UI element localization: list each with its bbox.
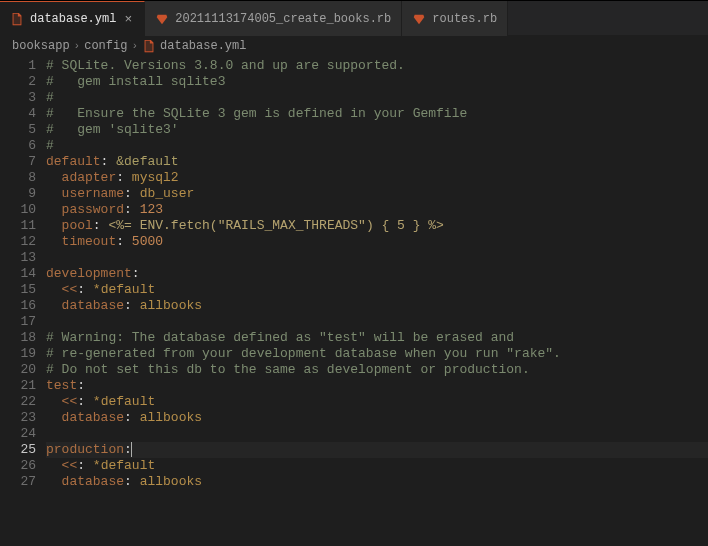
breadcrumb: booksapp › config › database.yml (0, 35, 708, 57)
code-line[interactable]: # gem install sqlite3 (46, 74, 708, 90)
line-number: 20 (0, 362, 36, 378)
line-number: 25 (0, 442, 36, 458)
code-line[interactable]: # re-generated from your development dat… (46, 346, 708, 362)
code-line[interactable]: username: db_user (46, 186, 708, 202)
code-area[interactable]: # SQLite. Versions 3.8.0 and up are supp… (46, 57, 708, 546)
line-number: 15 (0, 282, 36, 298)
line-number: 24 (0, 426, 36, 442)
code-line[interactable]: # (46, 90, 708, 106)
line-number: 26 (0, 458, 36, 474)
indent-guide (46, 186, 62, 201)
yaml-alias: * (93, 282, 101, 297)
comment-text: # (46, 90, 54, 105)
line-number: 1 (0, 58, 36, 74)
code-line[interactable]: production: (46, 442, 708, 458)
code-line[interactable]: password: 123 (46, 202, 708, 218)
indent-guide (46, 218, 62, 233)
yaml-key: << (62, 282, 78, 297)
line-number: 27 (0, 474, 36, 490)
indent-guide (46, 394, 62, 409)
comment-text: # (46, 138, 54, 153)
indent-guide (46, 282, 62, 297)
code-line[interactable]: default: &default (46, 154, 708, 170)
code-line[interactable]: # (46, 138, 708, 154)
code-line[interactable]: <<: *default (46, 282, 708, 298)
yaml-value: 5000 (132, 234, 163, 249)
line-number: 2 (0, 74, 36, 90)
line-number: 9 (0, 186, 36, 202)
yaml-file-icon (142, 39, 156, 53)
comment-text: # re-generated from your development dat… (46, 346, 561, 361)
code-line[interactable] (46, 314, 708, 330)
yaml-alias: * (93, 394, 101, 409)
yaml-value: db_user (140, 186, 195, 201)
yaml-key: production (46, 442, 124, 457)
indent-guide (46, 458, 62, 473)
yaml-key: pool (62, 218, 93, 233)
line-number: 22 (0, 394, 36, 410)
tab-label: database.yml (30, 12, 116, 26)
code-line[interactable]: database: allbooks (46, 410, 708, 426)
line-number: 3 (0, 90, 36, 106)
tab-bar: database.yml×20211113174005_create_books… (0, 0, 708, 35)
code-line[interactable]: <<: *default (46, 458, 708, 474)
code-line[interactable]: pool: <%= ENV.fetch("RAILS_MAX_THREADS")… (46, 218, 708, 234)
indent-guide (46, 298, 62, 313)
code-line[interactable]: # gem 'sqlite3' (46, 122, 708, 138)
code-editor[interactable]: 1234567891011121314151617181920212223242… (0, 57, 708, 546)
yaml-key: development (46, 266, 132, 281)
line-number: 19 (0, 346, 36, 362)
yaml-key: database (62, 298, 124, 313)
breadcrumb-folder[interactable]: config (84, 39, 127, 53)
code-line[interactable]: development: (46, 266, 708, 282)
erb-tag: <%= ENV.fetch("RAILS_MAX_THREADS") { 5 }… (108, 218, 443, 233)
tab-20211113174005-create-books-rb[interactable]: 20211113174005_create_books.rb (145, 1, 402, 36)
line-number: 14 (0, 266, 36, 282)
yaml-key: password (62, 202, 124, 217)
code-line[interactable]: # SQLite. Versions 3.8.0 and up are supp… (46, 58, 708, 74)
line-number: 16 (0, 298, 36, 314)
chevron-right-icon: › (74, 40, 81, 52)
breadcrumb-file[interactable]: database.yml (160, 39, 246, 53)
yaml-key: database (62, 474, 124, 489)
code-line[interactable]: # Warning: The database defined as "test… (46, 330, 708, 346)
code-line[interactable]: # Do not set this db to the same as deve… (46, 362, 708, 378)
code-line[interactable]: adapter: mysql2 (46, 170, 708, 186)
line-number: 12 (0, 234, 36, 250)
comment-text: # Warning: The database defined as "test… (46, 330, 514, 345)
code-line[interactable]: <<: *default (46, 394, 708, 410)
ruby-file-icon (412, 12, 426, 26)
yaml-key: << (62, 394, 78, 409)
comment-text: # Do not set this db to the same as deve… (46, 362, 530, 377)
comment-text: # gem install sqlite3 (46, 74, 225, 89)
tab-database-yml[interactable]: database.yml× (0, 1, 145, 36)
comment-text: # Ensure the SQLite 3 gem is defined in … (46, 106, 467, 121)
yaml-key: adapter (62, 170, 117, 185)
line-number: 7 (0, 154, 36, 170)
yaml-value: allbooks (140, 298, 202, 313)
line-number-gutter: 1234567891011121314151617181920212223242… (0, 57, 46, 546)
yaml-value: 123 (140, 202, 163, 217)
indent-guide (46, 410, 62, 425)
code-line[interactable]: test: (46, 378, 708, 394)
line-number: 5 (0, 122, 36, 138)
code-line[interactable] (46, 426, 708, 442)
line-number: 4 (0, 106, 36, 122)
line-number: 8 (0, 170, 36, 186)
yaml-value: allbooks (140, 410, 202, 425)
close-icon[interactable]: × (122, 12, 134, 27)
indent-guide (46, 170, 62, 185)
indent-guide (46, 234, 62, 249)
yaml-key: timeout (62, 234, 117, 249)
comment-text: # SQLite. Versions 3.8.0 and up are supp… (46, 58, 405, 73)
code-line[interactable]: # Ensure the SQLite 3 gem is defined in … (46, 106, 708, 122)
tab-routes-rb[interactable]: routes.rb (402, 1, 508, 36)
line-number: 13 (0, 250, 36, 266)
code-line[interactable] (46, 250, 708, 266)
breadcrumb-folder[interactable]: booksapp (12, 39, 70, 53)
code-line[interactable]: database: allbooks (46, 298, 708, 314)
code-line[interactable]: database: allbooks (46, 474, 708, 490)
yaml-value: allbooks (140, 474, 202, 489)
code-line[interactable]: timeout: 5000 (46, 234, 708, 250)
indent-guide (46, 202, 62, 217)
